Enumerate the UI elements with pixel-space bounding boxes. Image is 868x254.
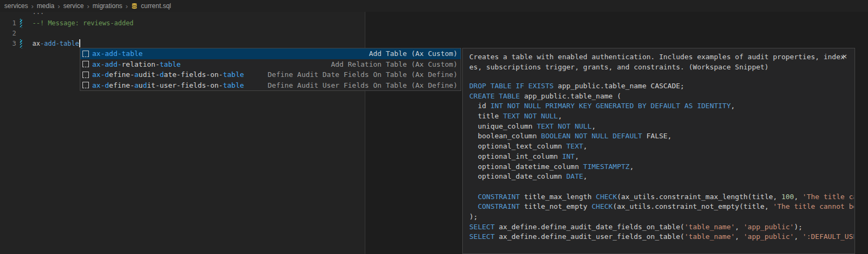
breadcrumb-item[interactable]: media	[37, 2, 54, 10]
chevron-right-icon: ›	[58, 3, 60, 10]
suggest-item[interactable]: ax-add-relation-tableAdd Relation Table …	[80, 59, 461, 70]
code-line: CONSTRAINT title_max_length CHECK(ax_uti…	[469, 192, 854, 202]
editor-line[interactable]: 2	[0, 29, 361, 39]
line-content: ax-add-table	[32, 39, 80, 49]
breadcrumb: services›media›service›migrations›curren…	[0, 0, 868, 12]
suggest-item-detail: Add Relation Table (Ax Custom)	[331, 60, 457, 68]
suggest-item[interactable]: ax-define-audit-date-fields-on-tableDefi…	[80, 69, 461, 80]
database-icon	[131, 3, 138, 10]
suggest-item-detail: Define Audit Date Fields On Table (Ax De…	[268, 70, 457, 79]
suggest-item-detail: Define Audit User Fields On Table (Ax De…	[268, 81, 457, 89]
text-cursor	[79, 39, 80, 47]
code-line: CREATE TABLE app_public.table_name (	[469, 91, 854, 102]
suggest-widget: ax-add-tableAdd Table (Ax Custom)ax-add-…	[80, 48, 461, 91]
code-line: CONSTRAINT title_not_empty CHECK(ax_util…	[469, 202, 854, 212]
code-line: SELECT ax_define.define_audit_date_field…	[469, 222, 854, 232]
code-line: optional_int_column INT,	[469, 152, 854, 162]
snippet-icon	[82, 82, 89, 88]
chevron-right-icon: ›	[126, 3, 128, 10]
suggest-item-detail: Add Table (Ax Custom)	[369, 50, 457, 58]
close-icon[interactable]: ×	[842, 53, 848, 60]
chevron-right-icon: ›	[31, 3, 33, 10]
code-line: boolean_column BOOLEAN NOT NULL DEFAULT …	[469, 131, 854, 142]
code-line	[469, 182, 854, 192]
vscode-editor-window: services›media›service›migrations›curren…	[0, 0, 868, 254]
snippet-icon	[82, 72, 89, 78]
breadcrumb-item[interactable]: services	[4, 2, 28, 10]
chevron-right-icon: ›	[87, 3, 89, 10]
suggest-item[interactable]: ax-define-audit-user-fields-on-tableDefi…	[80, 80, 461, 91]
code-line: unique_column TEXT NOT NULL,	[469, 122, 854, 132]
line-number: 1	[0, 18, 16, 29]
code-line: optional_text_column TEXT,	[469, 142, 854, 152]
snippet-description: Creates a table with enabled authenticat…	[469, 52, 846, 72]
code-line: );	[469, 212, 854, 222]
line-number: 2	[0, 29, 16, 39]
suggest-item-label: ax-add-table	[92, 50, 143, 58]
code-line: DROP TABLE IF EXISTS app_public.table_na…	[469, 81, 854, 91]
code-line: optional_datetime_column TIMESTAMPTZ,	[469, 162, 854, 172]
snippet-icon	[82, 51, 89, 57]
breadcrumb-item[interactable]: service	[63, 2, 84, 10]
breadcrumb-file-name: current.sql	[141, 2, 171, 10]
modified-gutter-indicator	[20, 19, 22, 28]
breadcrumb-file[interactable]: current.sql	[131, 2, 171, 10]
snippet-code-preview: DROP TABLE IF EXISTS app_public.table_na…	[469, 81, 854, 242]
line-number: 3	[0, 39, 16, 49]
suggest-item-label: ax-define-audit-date-fields-on-table	[92, 70, 244, 79]
code-line: SELECT ax_define.define_audit_user_field…	[469, 232, 854, 242]
code-line: id INT NOT NULL PRIMARY KEY GENERATED BY…	[469, 101, 854, 111]
snippet-icon	[82, 61, 89, 67]
suggest-item[interactable]: ax-add-tableAdd Table (Ax Custom)	[80, 48, 461, 59]
suggest-docs-panel: Creates a table with enabled authenticat…	[462, 48, 855, 254]
editor-line[interactable]: 1--! Message: reviews-added	[0, 18, 361, 29]
suggest-item-label: ax-add-relation-table	[92, 60, 180, 68]
breadcrumb-item[interactable]: migrations	[93, 2, 122, 10]
code-line: optional_date_column DATE,	[469, 172, 854, 182]
suggest-item-label: ax-define-audit-user-fields-on-table	[92, 81, 244, 89]
line-content: --! Message: reviews-added	[32, 18, 134, 29]
code-line: title TEXT NOT NULL,	[469, 111, 854, 122]
modified-gutter-indicator	[20, 39, 22, 48]
